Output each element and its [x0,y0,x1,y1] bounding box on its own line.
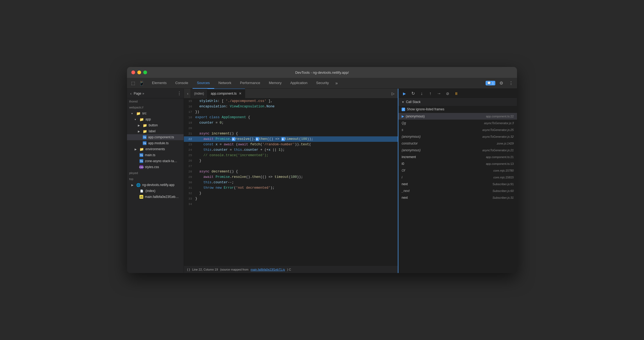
call-stack-entry-0[interactable]: ▶ (anonymous) app.component.ts:22 [398,113,517,120]
code-line-23: 23 const x = await (await fetch('/random… [184,142,398,147]
sidebar-item-src[interactable]: ▾ 📁 src [127,110,184,116]
tab-console[interactable]: Console [171,78,193,89]
sidebar-item-top[interactable]: top [127,176,184,182]
sidebar-item-app[interactable]: ▾ 📁 app [127,116,184,122]
right-panel: ▶ ↻ ↓ ↑ → ⊘ ⏸ [398,89,517,273]
sidebar-item-environments[interactable]: ▶ 📁 environments [127,146,184,152]
code-line-21: 21 async increment() { [184,131,398,136]
call-stack-loc-7: app.component.ts:13 [486,162,514,165]
call-stack-entry-9[interactable]: i core.mjs:15815 [398,174,517,181]
sidebar-item-authored[interactable]: thored [127,98,184,104]
sidebar-back-icon[interactable]: ‹ [129,91,133,96]
call-stack-entry-8[interactable]: Of core.mjs:15780 [398,167,517,174]
sidebar-item-webpack[interactable]: webpack:// [127,104,184,110]
sidebar-page-label: Page [134,92,141,95]
close-button[interactable] [131,70,135,74]
pretty-print-icon[interactable]: { } [187,268,190,271]
sidebar-item-main-ts[interactable]: TS main.ts [127,152,184,158]
more-options-icon[interactable]: ⋮ [507,79,515,87]
sidebar-item-main-js[interactable]: JS main.fa8bfa0e23f1eb… [127,194,184,200]
sidebar-item-styles-css[interactable]: CSS styles.css [127,164,184,170]
ng-devtools-expand: ▶ [131,184,135,187]
call-stack-entry-4[interactable]: constructor zone.js:1429 [398,140,517,147]
call-stack-entry-5[interactable]: (anonymous) asyncToGenerator.js:21 [398,147,517,154]
minimize-button[interactable] [137,70,141,74]
maximize-button[interactable] [143,70,147,74]
call-stack-entry-11[interactable]: _next Subscriber.js:60 [398,188,517,194]
device-icon[interactable]: 📱 [138,79,145,87]
call-stack-loc-3: asyncToGenerator.js:32 [482,135,514,138]
button-folder-icon: 📁 [143,123,147,127]
index-tab-label: (index) [194,92,204,95]
tab-memory[interactable]: Memory [265,78,286,89]
code-line-19: 19 counter = 0; [184,120,398,126]
call-stack-name-11: _next [402,189,493,193]
tab-performance[interactable]: Performance [236,78,264,89]
code-tab-right: ▷ [389,90,397,97]
debug-step-out-button[interactable]: ↑ [427,90,434,97]
label-label: label [149,129,155,133]
notification-badge[interactable]: 💬 1 [486,81,495,85]
call-stack-entry-1[interactable]: Qg asyncToGenerator.js:3 [398,120,517,127]
show-ignore-row: ✓ Show ignore-listed frames [398,106,517,113]
tab-elements[interactable]: Elements [148,78,171,89]
ng-devtools-icon: 🌐 [136,183,141,187]
code-editor: 15 styleUrls: [ './appcomponent.css' ], … [184,98,398,265]
call-stack-header[interactable]: ▼ Call Stack [398,98,517,106]
sidebar-item-ng-devtools[interactable]: ▶ 🌐 ng-devtools.netlify.app [127,182,184,188]
settings-icon[interactable]: ⚙ [497,79,505,87]
call-stack-name-3: (anonymous) [402,135,482,139]
call-stack-entry-7[interactable]: i0 app.component.ts:13 [398,161,517,167]
app-module-label: app.module.ts [148,141,168,145]
code-tab-index[interactable]: (index) [191,89,208,98]
src-label: src [142,111,147,115]
sidebar-item-button[interactable]: ▶ 📁 button [127,122,184,128]
index-icon: 📄 [139,189,144,193]
call-stack-loc-12: Subscriber.js:31 [493,196,514,199]
tab-application[interactable]: Application [286,78,312,89]
call-stack-entry-10[interactable]: next Subscriber.js:91 [398,181,517,188]
titlebar: DevTools - ng-devtools.netlify.app/ [127,67,517,78]
call-stack-loc-10: Subscriber.js:91 [493,182,514,186]
call-stack-name-0: (anonymous) [406,114,486,118]
sidebar-item-index[interactable]: 📄 (index) [127,188,184,194]
tab-security[interactable]: Security [312,78,333,89]
sidebar-item-app-module-ts[interactable]: TS app.module.ts [127,140,184,146]
debug-pause-exceptions-button[interactable]: ⏸ [453,90,460,97]
tab-more-button[interactable]: » [333,81,340,86]
app-component-ts-expand [138,136,141,139]
label-expand-icon: ▶ [138,130,141,133]
call-stack-entry-3[interactable]: (anonymous) asyncToGenerator.js:32 [398,133,517,140]
main-js-label: main.fa8bfa0e23f1eb… [145,195,179,199]
debug-step-button[interactable]: → [435,90,443,97]
call-stack-loc-11: Subscriber.js:60 [493,189,514,193]
tab-sources[interactable]: Sources [193,78,214,89]
code-tab-app-component[interactable]: app.component.ts ✕ [207,89,245,98]
sidebar-item-ployed[interactable]: ployed [127,170,184,176]
code-nav-back-icon[interactable]: ‹ [186,91,190,96]
debug-step-over-button[interactable]: ↻ [409,90,417,97]
sidebar-item-app-component-ts[interactable]: TS app.component.ts [127,134,184,140]
debug-deactivate-button[interactable]: ⊘ [444,90,451,97]
call-stack-name-9: i [402,175,493,179]
show-ignore-checkbox[interactable]: ✓ [402,108,405,111]
sidebar-menu-icon[interactable]: ⋮ [177,91,181,96]
app-component-tab-close[interactable]: ✕ [239,92,242,95]
debug-step-into-button[interactable]: ↓ [418,90,425,97]
sidebar-expand-icon[interactable]: » [142,92,144,95]
sidebar-item-label[interactable]: ▶ 📁 label [127,128,184,134]
code-line-31: 31 throw new Error('not decremented'); [184,185,398,191]
call-stack-entry-6[interactable]: increment app.component.ts:21 [398,154,517,161]
sidebar-item-zone[interactable]: TS zone-async-stack-ta… [127,158,184,164]
code-line-24: 24 this.counter = this.counter + (+x || … [184,147,398,153]
app-module-icon: TS [143,141,147,145]
tab-network[interactable]: Network [214,78,236,89]
inspect-icon[interactable]: ⬚ [129,79,137,87]
call-stack-entry-12[interactable]: next Subscriber.js:31 [398,194,517,201]
code-execute-icon[interactable]: ▷ [389,90,397,97]
debug-resume-button[interactable]: ▶ [401,90,408,97]
call-stack-section: ▼ Call Stack ✓ Show ignore-listed frames… [398,98,517,273]
window-title: DevTools - ng-devtools.netlify.app/ [295,70,349,75]
status-source-map-link[interactable]: main.fa8bfa0e23f1eb71.js [251,268,285,271]
call-stack-entry-2[interactable]: s asyncToGenerator.js:25 [398,127,517,133]
